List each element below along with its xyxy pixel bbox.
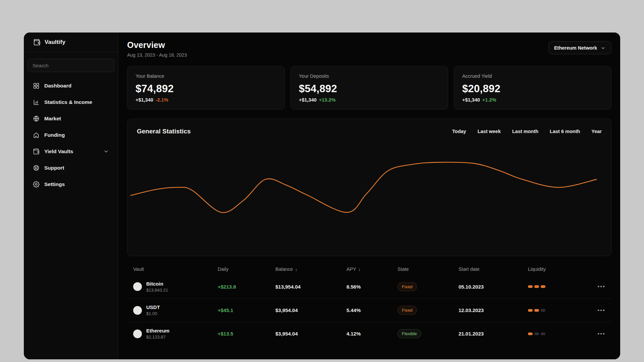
- chart-filter-today[interactable]: Today: [452, 129, 466, 134]
- liquidity-pill-empty: [541, 333, 545, 335]
- stat-card-value: $74,892: [136, 83, 276, 95]
- chart-title: General Statistics: [137, 128, 191, 135]
- vault-name: Bitcoin: [146, 281, 168, 287]
- vault-name: Ethereum: [146, 328, 169, 334]
- stat-card-delta-percent: +13.2%: [319, 97, 336, 103]
- date-range: Aug 13, 2023 - Aug 18, 2023: [127, 52, 187, 58]
- stat-card-label: Your Balance: [136, 73, 276, 79]
- sidebar-item-label: Dashboard: [44, 83, 71, 89]
- sidebar-nav: Dashboard Statistics & Income Market Fun…: [24, 77, 118, 192]
- row-menu-button[interactable]: •••: [592, 307, 605, 314]
- vault-price: $13,643.21: [146, 288, 168, 293]
- coin-avatar: [133, 306, 142, 315]
- daily-change: +$13.5: [218, 331, 275, 337]
- sidebar-item-label: Market: [44, 116, 61, 122]
- app-window: Vaultify Dashboard Statistics & Income M…: [24, 33, 620, 359]
- vault-price: $1.00: [146, 311, 160, 316]
- sidebar-item-support[interactable]: Support: [24, 160, 118, 176]
- liquidity-pill-filled: [528, 285, 533, 288]
- column-header-daily[interactable]: Daily: [218, 266, 275, 272]
- sidebar-item-label: Yield Vaults: [44, 148, 73, 155]
- chart-filter-last-month[interactable]: Last month: [512, 129, 538, 134]
- table-body: Bitcoin $13,643.21 +$213.8 $13,954.04 8.…: [127, 275, 611, 345]
- table-row-usdt[interactable]: USDT $1.00 +$45.1 $3,954.04 5.44% Fixed …: [127, 298, 611, 322]
- daily-change: +$213.8: [218, 284, 275, 290]
- column-header-balance[interactable]: Balance ↓: [275, 266, 346, 272]
- globe-icon: [33, 115, 40, 122]
- chevron-down-icon: [600, 45, 606, 51]
- coin-avatar: [133, 282, 142, 291]
- line-chart: [127, 119, 611, 256]
- stat-card-value: $20,892: [462, 83, 603, 95]
- chart-filter-last-week[interactable]: Last week: [478, 129, 501, 134]
- gear-icon: [33, 181, 40, 188]
- stat-card-label: Your Deposits: [299, 73, 440, 79]
- liquidity-pill-filled: [528, 333, 533, 335]
- chart-filter-last-6-month[interactable]: Last 6 month: [550, 129, 580, 134]
- column-header-liquidity[interactable]: Liquidity: [528, 266, 592, 272]
- state-badge: Fixed: [397, 282, 417, 291]
- main-content: Overview Aug 13, 2023 - Aug 18, 2023 Eth…: [118, 33, 620, 359]
- row-menu-button[interactable]: •••: [592, 283, 605, 290]
- balance-value: $13,954.04: [275, 284, 346, 290]
- coin-avatar: [133, 329, 142, 338]
- liquidity-indicator: [528, 309, 592, 312]
- sort-arrow-icon: ↓: [358, 266, 361, 272]
- apy-value: 5.44%: [346, 307, 397, 313]
- vaults-table: Vault Daily Balance ↓ APY ↓ State Start …: [127, 263, 611, 345]
- sidebar-item-label: Funding: [44, 132, 65, 138]
- stat-card-delta-amount: +$1,340: [136, 97, 153, 103]
- liquidity-pill-empty: [534, 333, 539, 335]
- home-icon: [33, 132, 40, 138]
- liquidity-pill-filled: [534, 309, 539, 312]
- liquidity-indicator: [528, 285, 592, 288]
- stat-cards: Your Balance $74,892 +$1,340 -2.1% Your …: [127, 66, 611, 110]
- state-badge: Fixed: [397, 306, 417, 315]
- sidebar-item-label: Support: [44, 165, 64, 171]
- stat-card-your-deposits: Your Deposits $54,892 +$1,340 +13.2%: [290, 66, 448, 110]
- apy-value: 8.56%: [346, 284, 397, 290]
- sidebar-item-funding[interactable]: Funding: [24, 127, 118, 143]
- sidebar-item-yield-vaults[interactable]: Yield Vaults: [24, 143, 118, 160]
- search-input[interactable]: [28, 59, 114, 72]
- bar-chart-icon: [33, 99, 40, 106]
- daily-change: +$45.1: [218, 307, 275, 313]
- stat-card-label: Accrued Yield: [462, 73, 603, 79]
- stat-card-delta-percent: +1.2%: [482, 97, 496, 103]
- chart-filters: TodayLast weekLast monthLast 6 monthYear: [452, 129, 602, 134]
- network-selector-label: Ethereum Network: [554, 45, 597, 51]
- sidebar-item-statistics-income[interactable]: Statistics & Income: [24, 94, 118, 110]
- balance-value: $3,954.04: [275, 331, 346, 337]
- brand-logo: Vaultify: [24, 33, 118, 52]
- balance-value: $3,954.04: [275, 307, 346, 313]
- chevron-down-icon: [103, 148, 109, 154]
- page-title: Overview: [127, 40, 187, 50]
- column-header-state[interactable]: State: [397, 266, 459, 272]
- stat-card-delta-amount: +$1,340: [299, 97, 317, 103]
- sidebar-item-label: Statistics & Income: [44, 99, 92, 105]
- liquidity-indicator: [528, 333, 592, 335]
- grid-icon: [33, 82, 40, 89]
- column-header-apy[interactable]: APY ↓: [346, 266, 397, 272]
- sidebar-item-label: Settings: [44, 181, 65, 187]
- stat-card-delta-amount: +$1,340: [462, 97, 480, 103]
- table-row-ethereum[interactable]: Ethereum $2,123.87 +$13.5 $3,954.04 4.12…: [127, 322, 611, 345]
- column-header-start-date[interactable]: Start date: [459, 266, 528, 272]
- network-selector[interactable]: Ethereum Network: [548, 41, 611, 54]
- sidebar-item-market[interactable]: Market: [24, 110, 118, 127]
- vault-price: $2,123.87: [146, 335, 169, 340]
- brand-name: Vaultify: [45, 39, 65, 46]
- table-row-bitcoin[interactable]: Bitcoin $13,643.21 +$213.8 $13,954.04 8.…: [127, 275, 611, 298]
- liquidity-pill-filled: [528, 309, 533, 312]
- lifebuoy-icon: [33, 165, 40, 171]
- stat-card-delta-percent: -2.1%: [156, 97, 168, 103]
- wallet-icon: [33, 39, 41, 46]
- sidebar-item-dashboard[interactable]: Dashboard: [24, 77, 118, 94]
- chart-filter-year[interactable]: Year: [591, 129, 602, 134]
- sidebar-item-settings[interactable]: Settings: [24, 176, 118, 192]
- table-header: Vault Daily Balance ↓ APY ↓ State Start …: [127, 263, 611, 275]
- general-statistics-card: General Statistics TodayLast weekLast mo…: [127, 119, 611, 256]
- row-menu-button[interactable]: •••: [592, 330, 605, 337]
- column-header-vault[interactable]: Vault: [133, 266, 218, 272]
- wallet-icon: [33, 148, 40, 155]
